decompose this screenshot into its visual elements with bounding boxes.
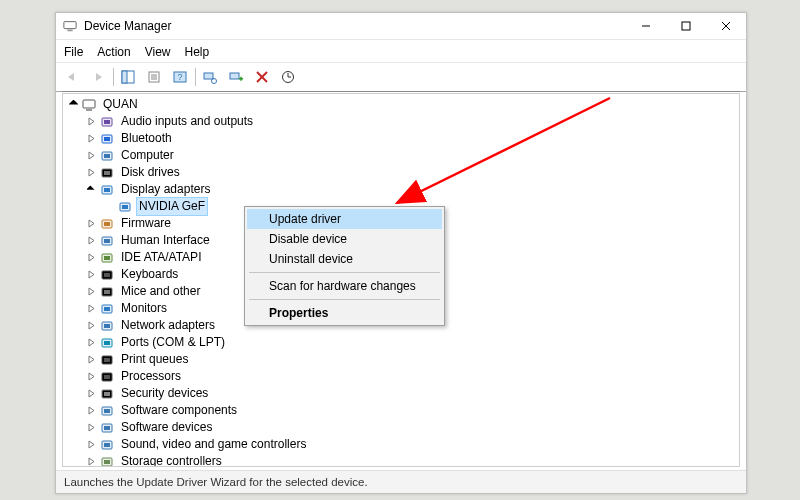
chevron-right-icon[interactable] [85,388,97,400]
svg-rect-29 [104,154,110,158]
category-icon [99,284,115,300]
category-label: Ports (COM & LPT) [119,334,227,351]
uninstall-device-button[interactable] [250,65,274,89]
chevron-right-icon[interactable] [85,235,97,247]
category-icon [99,114,115,130]
tree-category[interactable]: Sound, video and game controllers [67,436,739,453]
chevron-right-icon[interactable] [85,405,97,417]
tree-root[interactable]: QUAN [67,96,739,113]
chevron-right-icon[interactable] [85,286,97,298]
add-legacy-hardware-button[interactable] [224,65,248,89]
chevron-right-icon[interactable] [85,456,97,468]
tree-category[interactable]: Audio inputs and outputs [67,113,739,130]
minimize-button[interactable] [626,13,666,39]
category-icon [99,437,115,453]
chevron-down-icon[interactable] [67,99,79,111]
menu-item[interactable]: Scan for hardware changes [247,276,442,296]
context-menu: Update driverDisable deviceUninstall dev… [244,206,445,326]
menu-action[interactable]: Action [97,45,130,59]
svg-rect-39 [104,239,110,243]
tree-category[interactable]: Storage controllers [67,453,739,467]
forward-button[interactable] [86,65,110,89]
device-label: NVIDIA GeF [137,198,207,215]
chevron-right-icon[interactable] [85,116,97,128]
svg-rect-22 [83,100,95,108]
chevron-right-icon[interactable] [85,320,97,332]
chevron-right-icon[interactable] [85,133,97,145]
svg-rect-35 [122,205,128,209]
chevron-right-icon[interactable] [85,354,97,366]
svg-rect-23 [86,109,92,111]
category-icon [99,318,115,334]
menu-separator [249,299,440,300]
svg-text:?: ? [177,72,182,82]
menu-item[interactable]: Properties [247,303,442,323]
chevron-right-icon[interactable] [85,252,97,264]
show-hide-console-button[interactable] [116,65,140,89]
chevron-right-icon[interactable] [85,439,97,451]
chevron-right-icon[interactable] [85,371,97,383]
toolbar-separator [194,66,196,88]
category-label: Sound, video and game controllers [119,436,308,453]
category-label: Security devices [119,385,210,402]
svg-rect-27 [104,137,110,141]
tree-category[interactable]: Processors [67,368,739,385]
category-label: Storage controllers [119,453,224,467]
toolbar-separator [112,66,114,88]
update-driver-button[interactable] [276,65,300,89]
svg-rect-53 [104,358,110,362]
chevron-right-icon[interactable] [85,422,97,434]
chevron-right-icon[interactable] [85,303,97,315]
chevron-right-icon[interactable] [85,167,97,179]
status-text: Launches the Update Driver Wizard for th… [64,476,368,488]
svg-rect-61 [104,426,110,430]
tree-category[interactable]: Software components [67,402,739,419]
menu-file[interactable]: File [64,45,83,59]
svg-rect-43 [104,273,110,277]
chevron-right-icon[interactable] [85,218,97,230]
tree-category[interactable]: Print queues [67,351,739,368]
menu-item[interactable]: Disable device [247,229,442,249]
window-title: Device Manager [84,19,171,33]
tree-category[interactable]: Security devices [67,385,739,402]
svg-rect-41 [104,256,110,260]
back-button[interactable] [60,65,84,89]
tree-category[interactable]: Display adapters [67,181,739,198]
chevron-down-icon[interactable] [85,184,97,196]
chevron-right-icon[interactable] [85,337,97,349]
tree-category[interactable]: Bluetooth [67,130,739,147]
tree-category[interactable]: Computer [67,147,739,164]
tree-root-label: QUAN [101,96,140,113]
tree-category[interactable]: Ports (COM & LPT) [67,334,739,351]
menu-item[interactable]: Update driver [247,209,442,229]
svg-rect-51 [104,341,110,345]
category-label: Software components [119,402,239,419]
category-label: Print queues [119,351,190,368]
chevron-right-icon[interactable] [85,150,97,162]
menu-view[interactable]: View [145,45,171,59]
device-manager-window: Device Manager File Action View Help ? [55,12,747,494]
svg-rect-0 [64,22,76,29]
menu-separator [249,272,440,273]
svg-rect-37 [104,222,110,226]
menu-item[interactable]: Uninstall device [247,249,442,269]
svg-rect-49 [104,324,110,328]
svg-rect-57 [104,392,110,396]
help-button[interactable]: ? [168,65,192,89]
category-label: Network adapters [119,317,217,334]
svg-rect-59 [104,409,110,413]
chevron-right-icon[interactable] [85,269,97,281]
category-icon [99,403,115,419]
maximize-button[interactable] [666,13,706,39]
menu-help[interactable]: Help [185,45,210,59]
properties-button[interactable] [142,65,166,89]
category-icon [99,182,115,198]
category-label: Disk drives [119,164,182,181]
close-button[interactable] [706,13,746,39]
category-icon [99,301,115,317]
svg-rect-7 [122,71,127,83]
scan-hardware-button[interactable] [198,65,222,89]
tree-category[interactable]: Software devices [67,419,739,436]
tree-category[interactable]: Disk drives [67,164,739,181]
svg-rect-31 [104,171,110,175]
